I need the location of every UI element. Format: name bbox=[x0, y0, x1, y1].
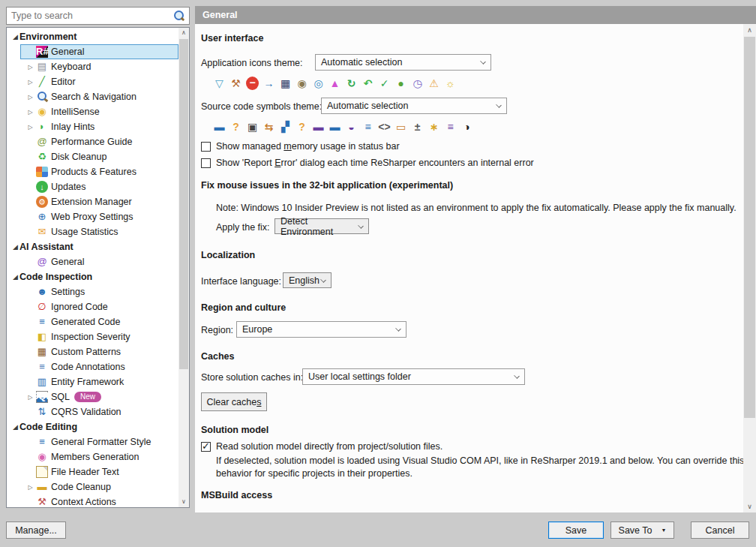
members-icon: ◉ bbox=[36, 451, 48, 463]
tree-item-label: Usage Statistics bbox=[51, 227, 118, 237]
app-icons-theme-value: Automatic selection bbox=[321, 57, 402, 68]
sidebar-item-inlay-hints[interactable]: ▷◗Inlay Hints bbox=[7, 119, 189, 134]
sidebar-item-editor[interactable]: ▷╱Editor bbox=[7, 74, 189, 89]
solution-model-checkbox[interactable] bbox=[201, 442, 211, 452]
search-icon[interactable] bbox=[172, 10, 184, 22]
interface-language-label: Interface language: bbox=[201, 276, 281, 287]
region-select[interactable]: Europe bbox=[236, 321, 406, 338]
sidebar-item-performance-guide[interactable]: @Performance Guide bbox=[7, 134, 189, 149]
list-edit-icon: ≡ bbox=[362, 120, 374, 134]
save-to-button[interactable]: Save To ▼ bbox=[610, 521, 674, 539]
collapse-triangle-icon[interactable]: ◢ bbox=[11, 243, 20, 251]
sidebar-item-context-actions[interactable]: ⚒Context Actions bbox=[7, 494, 189, 508]
sidebar-item-usage-statistics[interactable]: ✉Usage Statistics bbox=[7, 224, 189, 239]
tree-group-ai-assistant[interactable]: ◢AI Assistant bbox=[7, 239, 189, 254]
solution-model-label: Read solution model directly from projec… bbox=[216, 441, 442, 452]
scroll-up-icon[interactable]: ∧ bbox=[743, 24, 756, 36]
tree-scrollbar-thumb[interactable] bbox=[179, 39, 188, 369]
sidebar-item-code-cleanup[interactable]: ▷▬Code Cleanup bbox=[7, 479, 189, 494]
memory-usage-checkbox-row: Show managed memory usage in status bar bbox=[201, 141, 400, 152]
expand-triangle-icon[interactable]: ▷ bbox=[26, 94, 34, 101]
tree-scrollbar[interactable]: ∧ ∨ bbox=[178, 28, 189, 507]
store-caches-select[interactable]: User local settings folder bbox=[302, 368, 525, 385]
database-icon: ▥ bbox=[36, 376, 48, 388]
sidebar-item-products-features[interactable]: Products & Features bbox=[7, 164, 189, 179]
sidebar-item-custom-patterns[interactable]: ▦Custom Patterns bbox=[7, 344, 189, 359]
sidebar-item-cqrs-validation[interactable]: ⇅CQRS Validation bbox=[7, 404, 189, 419]
tree-group-code-editing[interactable]: ◢Code Editing bbox=[7, 419, 189, 434]
sidebar-item-file-header-text[interactable]: File Header Text bbox=[7, 464, 189, 479]
section-region-culture: Region and culture bbox=[201, 302, 286, 313]
person-settings-icon: ☻ bbox=[36, 286, 48, 298]
sidebar-item-general[interactable]: @General bbox=[7, 254, 189, 269]
tree-item-label: File Header Text bbox=[51, 467, 119, 477]
sidebar-item-intellisense[interactable]: ▷◉IntelliSense bbox=[7, 104, 189, 119]
sidebar-item-extension-manager[interactable]: ⚙Extension Manager bbox=[7, 194, 189, 209]
chevron-down-icon bbox=[320, 277, 326, 283]
sidebar-item-general-formatter-style[interactable]: ≡General Formatter Style bbox=[7, 434, 189, 449]
sidebar-item-updates[interactable]: ↓Updates bbox=[7, 179, 189, 194]
sidebar-item-generated-code[interactable]: ≡Generated Code bbox=[7, 314, 189, 329]
sidebar-item-sql[interactable]: ▷SQLSQLNew bbox=[7, 389, 189, 404]
page-scrollbar[interactable]: ∧ ∨ bbox=[743, 24, 756, 512]
warning-icon: ⚠ bbox=[428, 77, 440, 90]
spiral-icon: @ bbox=[36, 256, 48, 268]
tree-group-environment[interactable]: ◢Environment bbox=[7, 29, 189, 44]
interface-language-select[interactable]: English bbox=[283, 272, 332, 288]
internal-symbol-icon: ≡ bbox=[444, 120, 457, 134]
sidebar-item-disk-cleanup[interactable]: ♻Disk Cleanup bbox=[7, 149, 189, 164]
collapse-triangle-icon[interactable]: ◢ bbox=[11, 33, 20, 41]
sidebar-item-inspection-severity[interactable]: ◧Inspection Severity bbox=[7, 329, 189, 344]
search-theme-icon: ◎ bbox=[312, 77, 325, 90]
recycle-bin-icon: ♻ bbox=[36, 151, 48, 163]
sidebar-item-web-proxy-settings[interactable]: ⊕Web Proxy Settings bbox=[7, 209, 189, 224]
expand-triangle-icon[interactable]: ▷ bbox=[26, 484, 34, 491]
tree-item-label: Editor bbox=[51, 77, 76, 87]
region-value: Europe bbox=[242, 324, 272, 335]
store-caches-value: User local settings folder bbox=[308, 371, 411, 382]
struct-icon: ▬ bbox=[328, 120, 341, 134]
scroll-up-icon[interactable]: ∧ bbox=[178, 28, 189, 38]
apply-fix-select[interactable]: Detect Environment bbox=[274, 218, 369, 234]
new-badge: New bbox=[74, 392, 101, 402]
save-button[interactable]: Save bbox=[548, 521, 604, 539]
report-error-checkbox-row: Show 'Report Error' dialog each time ReS… bbox=[201, 158, 534, 168]
resharper-logo-icon: R# bbox=[36, 46, 48, 58]
sidebar-item-entity-framework[interactable]: ▥Entity Framework bbox=[7, 374, 189, 389]
memory-usage-checkbox[interactable] bbox=[201, 142, 211, 152]
report-error-checkbox[interactable] bbox=[201, 158, 211, 168]
collapse-triangle-icon[interactable]: ◢ bbox=[11, 423, 20, 431]
save-label: Save bbox=[566, 525, 587, 536]
sidebar-item-code-annotations[interactable]: ≡Code Annotations bbox=[7, 359, 189, 374]
sidebar-item-keyboard[interactable]: ▷▤Keyboard bbox=[7, 59, 189, 74]
clear-caches-button[interactable]: Clear caches bbox=[201, 392, 267, 411]
dropdown-arrow-icon: ▼ bbox=[662, 527, 667, 533]
tree-item-label: Inspection Severity bbox=[51, 332, 130, 342]
collapse-triangle-icon[interactable]: ◢ bbox=[11, 273, 20, 281]
scroll-down-icon[interactable]: ∨ bbox=[743, 500, 756, 512]
expand-triangle-icon[interactable]: ▷ bbox=[26, 64, 34, 71]
manage-button[interactable]: Manage... bbox=[6, 521, 66, 539]
sidebar-item-members-generation[interactable]: ◉Members Generation bbox=[7, 449, 189, 464]
fields-icon: ▭ bbox=[394, 120, 407, 134]
expand-triangle-icon[interactable]: ▷ bbox=[26, 109, 34, 116]
sidebar-item-search-navigation[interactable]: ▷Search & Navigation bbox=[7, 89, 189, 104]
sidebar-item-general[interactable]: R#General bbox=[7, 44, 189, 59]
enum-icon: ▬ bbox=[312, 120, 325, 134]
page-scrollbar-thumb[interactable] bbox=[744, 37, 755, 418]
tree-item-label: Disk Cleanup bbox=[51, 152, 106, 162]
search-input[interactable]: Type to search bbox=[6, 7, 190, 25]
sidebar-item-settings[interactable]: ☻Settings bbox=[7, 284, 189, 299]
symbols-theme-select[interactable]: Automatic selection bbox=[321, 98, 507, 114]
tree-item-label: Keyboard bbox=[51, 62, 92, 72]
app-icons-theme-select[interactable]: Automatic selection bbox=[315, 54, 491, 71]
expand-triangle-icon[interactable]: ▷ bbox=[26, 124, 34, 131]
sidebar-item-ignored-code[interactable]: ∅Ignored Code bbox=[7, 299, 189, 314]
keyboard-icon: ▤ bbox=[36, 61, 48, 73]
snail-icon: @ bbox=[36, 136, 48, 148]
expand-triangle-icon[interactable]: ▷ bbox=[26, 79, 34, 86]
scroll-down-icon[interactable]: ∨ bbox=[178, 497, 189, 507]
cancel-button[interactable]: Cancel bbox=[691, 521, 749, 539]
broom-icon: ▬ bbox=[36, 481, 48, 493]
tree-group-code-inspection[interactable]: ◢Code Inspection bbox=[7, 269, 189, 284]
